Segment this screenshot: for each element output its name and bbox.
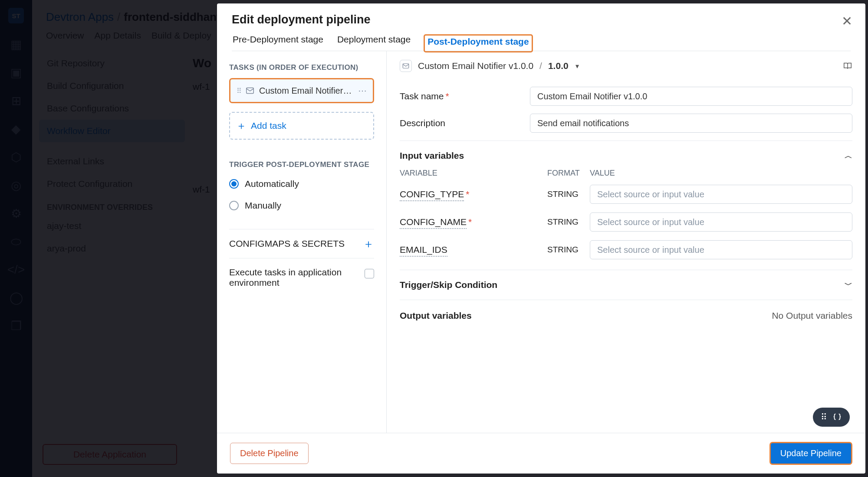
edit-pipeline-modal: ✕ Edit deployment pipeline Pre-Deploymen… [217,3,865,474]
no-output-text: No Output variables [772,310,852,321]
radio-icon [229,201,239,210]
task-name-input[interactable] [530,87,852,106]
drag-handle-icon: ⠿ [821,412,826,422]
radio-automatically[interactable]: Automatically [229,175,374,193]
variable-row: CONFIG_NAME* STRING [400,208,852,236]
plus-icon: ＋ [236,119,247,133]
drag-handle-icon[interactable]: ⠿ [237,87,241,95]
delete-pipeline-button[interactable]: Delete Pipeline [230,443,309,464]
modal-title: Edit deployment pipeline [232,13,851,26]
update-pipeline-button[interactable]: Update Pipeline [769,442,852,465]
task-detail-column: Custom Email Notifier v1.0.0 / 1.0.0 ▾ T… [387,51,865,433]
execute-in-env-label: Execute tasks in application environment [229,267,342,288]
stage-tabs: Pre-Deployment stage Deployment stage Po… [232,34,851,51]
floating-variables-button[interactable]: ⠿ [813,408,850,427]
trigger-skip-heading[interactable]: Trigger/Skip Condition ﹀ [400,270,852,294]
execute-in-env-checkbox[interactable] [365,269,374,278]
chevron-down-icon[interactable]: ▾ [575,62,579,70]
task-card-label: Custom Email Notifier v1.... [259,86,354,96]
close-button[interactable]: ✕ [842,15,852,28]
tab-deployment[interactable]: Deployment stage [336,34,411,51]
tab-pre-deployment[interactable]: Pre-Deployment stage [232,34,324,51]
tasks-column: TASKS (IN ORDER OF EXECUTION) ⠿ Custom E… [217,51,387,433]
variable-value-input[interactable] [590,185,852,204]
task-crumb-version[interactable]: 1.0.0 [548,61,569,71]
radio-icon-checked [229,179,239,189]
trigger-label: TRIGGER POST-DEPLOYMENT STAGE [229,160,374,169]
task-card[interactable]: ⠿ Custom Email Notifier v1.... ⋯ [229,78,374,103]
modal-footer: Delete Pipeline Update Pipeline [217,433,865,474]
variable-row: EMAIL_IDS STRING [400,236,852,264]
email-icon [245,86,255,95]
add-configmap-button[interactable]: ＋ [363,238,374,249]
description-label: Description [400,118,530,128]
radio-manually[interactable]: Manually [229,197,374,214]
configmaps-label: CONFIGMAPS & SECRETS [229,238,345,249]
braces-icon [832,412,842,422]
add-task-button[interactable]: ＋ Add task [229,112,374,140]
output-variables-heading: Output variables [400,310,472,321]
tasks-label: TASKS (IN ORDER OF EXECUTION) [229,63,374,72]
svg-rect-0 [247,88,254,94]
more-icon[interactable]: ⋯ [358,85,367,96]
svg-rect-1 [403,64,409,69]
task-crumb-name: Custom Email Notifier v1.0.0 [418,61,533,71]
variable-table-header: VARIABLE FORMAT VALUE [400,165,852,180]
task-crumb: Custom Email Notifier v1.0.0 / 1.0.0 ▾ [400,60,852,79]
docs-icon[interactable] [843,61,852,71]
variable-value-input[interactable] [590,212,852,232]
task-name-label: Task name* [400,91,530,101]
variable-row: CONFIG_TYPE* STRING [400,180,852,208]
tab-post-deployment[interactable]: Post-Deployment stage [424,34,533,52]
variable-value-input[interactable] [590,240,852,259]
description-input[interactable] [530,114,852,133]
chevron-up-icon: ︿ [845,150,852,161]
input-variables-heading[interactable]: Input variables ︿ [400,140,852,165]
email-icon [400,60,412,72]
add-task-label: Add task [251,121,286,131]
chevron-down-icon: ﹀ [845,280,852,290]
